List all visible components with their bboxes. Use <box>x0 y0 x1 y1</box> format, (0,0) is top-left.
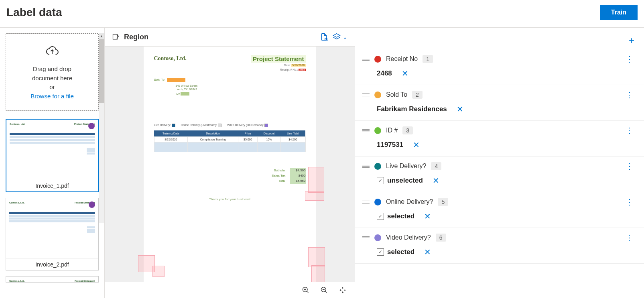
tag-color-dot <box>374 92 381 98</box>
drag-handle-icon[interactable] <box>362 165 370 168</box>
clear-value-button[interactable]: ✕ <box>424 247 431 257</box>
tag-hotkey: 2 <box>412 91 423 99</box>
drag-handle-icon[interactable] <box>362 129 370 132</box>
tag-color-dot <box>374 163 381 170</box>
tag-item: Sold To 2 ⋮ Fabrikam Residences ✕ <box>355 85 644 121</box>
svg-rect-0 <box>113 34 118 39</box>
doc-invoice-table: Training Date Description Price Discount… <box>154 130 306 152</box>
doc-project-block: Project Statement Date: 5/20/2020 Receip… <box>251 55 306 71</box>
tag-item: Receipt No 1 ⋮ 2468 ✕ <box>355 49 644 85</box>
tag-hotkey: 3 <box>402 126 413 134</box>
run-ocr-icon[interactable] <box>319 33 328 41</box>
tag-color-dot <box>374 199 381 205</box>
tag-menu-button[interactable]: ⋮ <box>625 128 634 133</box>
add-tag-button[interactable]: + <box>629 35 634 46</box>
tag-name[interactable]: Video Delivery? <box>386 234 431 241</box>
clear-value-button[interactable]: ✕ <box>424 212 431 221</box>
doc-totals: Subtotal$4,500 Sales Tax$450 Total$4,950 <box>154 168 306 183</box>
tag-menu-button[interactable]: ⋮ <box>625 199 634 205</box>
region-box[interactable] <box>308 167 324 193</box>
file-thumbnail[interactable]: Contoso, Ltd.Project Statement <box>6 276 99 283</box>
tag-hotkey: 4 <box>431 162 441 170</box>
dropzone-text: Drag and drop <box>33 65 71 72</box>
region-box[interactable] <box>152 266 165 277</box>
thumb-status-dot <box>89 201 95 208</box>
doc-thanks-text: Thank you for your business! <box>154 197 306 201</box>
doc-delivery-row: Live Delivery: Online Delivery (Livestre… <box>154 124 306 127</box>
zoom-out-icon[interactable] <box>320 286 328 294</box>
browse-file-link[interactable]: Browse for a file <box>30 93 74 100</box>
canvas-panel: Region ⌄ Contoso, Ltd. Project Statement… <box>104 28 355 298</box>
region-draw-icon[interactable] <box>112 33 120 41</box>
clear-value-button[interactable]: ✕ <box>413 140 420 150</box>
page-header: Label data Train <box>0 0 644 28</box>
layers-dropdown[interactable]: ⌄ <box>332 33 347 41</box>
region-box[interactable] <box>311 265 325 283</box>
file-thumbnail[interactable]: Contoso, Ltd.Project Statement Invoice_2… <box>6 198 99 270</box>
document-page: Contoso, Ltd. Project Statement Date: 5/… <box>144 47 316 287</box>
region-box[interactable] <box>308 247 325 267</box>
label-panel: + Receipt No 1 ⋮ 2468 ✕ Sold To 2 ⋮ Fabr… <box>355 28 644 298</box>
tag-item: Online Delivery? 5 ⋮ ✓selected ✕ <box>355 192 644 228</box>
file-thumbnail[interactable]: Contoso, Ltd.Project Statement Invoice_1… <box>6 119 99 192</box>
tag-item: ID # 3 ⋮ 1197531 ✕ <box>355 121 644 157</box>
layers-icon <box>332 33 341 41</box>
tag-value: Fabrikam Residences <box>377 105 447 113</box>
page-title: Label data <box>6 6 62 19</box>
tag-menu-button[interactable]: ⋮ <box>625 92 634 98</box>
selection-mark-icon: ✓ <box>377 248 384 256</box>
doc-project-title: Project Statement <box>251 55 306 63</box>
tag-hotkey: 6 <box>436 234 446 242</box>
train-button[interactable]: Train <box>600 5 638 20</box>
file-panel: Drag and drop document here or Browse fo… <box>0 28 104 298</box>
tag-value: unselected <box>387 177 423 185</box>
tag-menu-button[interactable]: ⋮ <box>625 235 634 240</box>
clear-value-button[interactable]: ✕ <box>433 176 439 185</box>
tag-value: 1197531 <box>377 141 403 149</box>
region-box[interactable] <box>305 191 324 201</box>
drag-handle-icon[interactable] <box>362 58 370 61</box>
tag-menu-button[interactable]: ⋮ <box>625 56 634 62</box>
canvas-toolbar: Region ⌄ <box>105 28 355 47</box>
dropzone-text: or <box>49 83 55 90</box>
tag-color-dot <box>374 234 381 241</box>
dropzone-text: document here <box>32 75 72 81</box>
tag-color-dot <box>374 127 381 134</box>
tag-name[interactable]: ID # <box>386 127 398 134</box>
file-name: Invoice_2.pdf <box>6 258 98 270</box>
selection-mark-icon: ✓ <box>377 213 384 220</box>
tag-name[interactable]: Receipt No <box>386 55 418 63</box>
doc-soldto-label: Sold To <box>154 78 165 82</box>
doc-soldto-value <box>167 78 185 82</box>
tag-name[interactable]: Online Delivery? <box>386 198 433 205</box>
drag-handle-icon[interactable] <box>362 94 370 96</box>
clear-value-button[interactable]: ✕ <box>402 69 408 78</box>
clear-value-button[interactable]: ✕ <box>457 104 463 114</box>
tag-name[interactable]: Live Delivery? <box>386 163 426 170</box>
tag-item: Video Delivery? 6 ⋮ ✓selected ✕ <box>355 228 644 264</box>
zoom-in-icon[interactable] <box>302 286 310 294</box>
file-scrollbar[interactable]: ▲ <box>99 33 104 217</box>
chevron-down-icon: ⌄ <box>343 34 347 40</box>
tag-name[interactable]: Sold To <box>386 91 407 98</box>
fit-screen-icon[interactable] <box>339 286 347 294</box>
thumb-status-dot <box>88 123 95 129</box>
selection-mark-icon: ✓ <box>377 177 384 184</box>
doc-address: 345 Willow Street Larch, TX, 98042 ID# <box>176 84 306 96</box>
tag-value: selected <box>387 212 414 220</box>
tag-color-dot <box>374 56 381 63</box>
tag-menu-button[interactable]: ⋮ <box>625 163 634 169</box>
tag-value: 2468 <box>377 69 392 77</box>
file-dropzone[interactable]: Drag and drop document here or Browse fo… <box>6 33 99 111</box>
workspace: Drag and drop document here or Browse fo… <box>0 28 644 298</box>
region-label: Region <box>124 33 148 41</box>
file-name: Invoice_1.pdf <box>6 180 98 191</box>
drag-handle-icon[interactable] <box>362 201 370 203</box>
tag-value: selected <box>387 248 414 256</box>
tag-hotkey: 1 <box>423 55 433 63</box>
viewport-bottom-toolbar <box>105 282 355 298</box>
document-viewport[interactable]: Contoso, Ltd. Project Statement Date: 5/… <box>105 47 355 298</box>
tag-item: Live Delivery? 4 ⋮ ✓unselected ✕ <box>355 157 644 192</box>
upload-cloud-icon <box>10 43 94 61</box>
drag-handle-icon[interactable] <box>362 236 370 239</box>
